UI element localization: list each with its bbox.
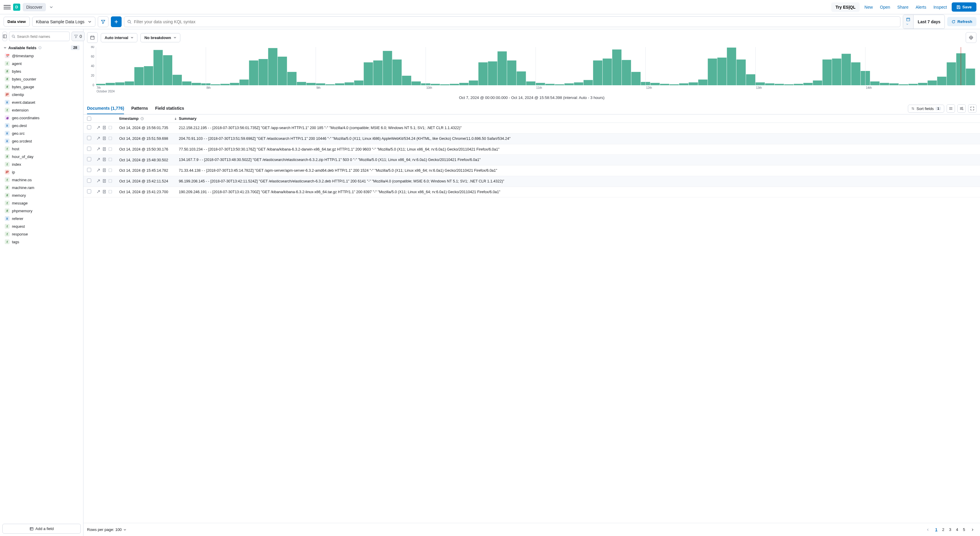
table-row[interactable]: Oct 14, 2024 @ 15:41:23.700 190.209.246.…: [83, 187, 980, 198]
select-all-checkbox[interactable]: [87, 116, 91, 121]
view-doc-icon[interactable]: [102, 125, 107, 130]
view-doc-icon[interactable]: [102, 147, 107, 151]
copy-icon[interactable]: [108, 189, 113, 194]
density-button[interactable]: [947, 104, 955, 113]
field-item[interactable]: ttags: [2, 238, 81, 246]
field-search[interactable]: [9, 32, 70, 41]
page-5[interactable]: 5: [961, 526, 967, 533]
tab-patterns[interactable]: Patterns: [131, 103, 148, 114]
expand-icon[interactable]: [96, 189, 101, 194]
copy-icon[interactable]: [108, 178, 113, 183]
histogram-toggle[interactable]: [87, 32, 98, 43]
field-item[interactable]: kgeo.dest: [2, 122, 81, 129]
field-item[interactable]: #phpmemory: [2, 207, 81, 215]
field-item[interactable]: kgeo.src: [2, 129, 81, 137]
column-timestamp[interactable]: timestamp: [119, 116, 138, 121]
view-doc-icon[interactable]: [102, 136, 107, 141]
field-item[interactable]: #bytes_gauge: [2, 83, 81, 91]
expand-icon[interactable]: [96, 168, 101, 173]
sort-fields-button[interactable]: Sort fields 1: [908, 105, 944, 113]
interval-select[interactable]: Auto interval: [101, 33, 137, 42]
field-item[interactable]: #bytes_counter: [2, 75, 81, 83]
data-view-button[interactable]: Data view: [3, 17, 30, 27]
discover-button[interactable]: Discover: [23, 3, 46, 11]
tab-documents[interactable]: Documents (1,776): [87, 103, 124, 114]
field-item[interactable]: tresponse: [2, 230, 81, 238]
alerts-link[interactable]: Alerts: [913, 5, 929, 10]
field-item[interactable]: 📅@timestamp: [2, 52, 81, 60]
page-4[interactable]: 4: [954, 526, 961, 533]
add-field-button[interactable]: Add a field: [2, 524, 81, 534]
data-view-selector[interactable]: Kibana Sample Data Logs: [32, 17, 95, 27]
field-item[interactable]: tmessage: [2, 199, 81, 207]
field-item[interactable]: #hour_of_day: [2, 153, 81, 161]
page-1[interactable]: 1: [933, 526, 940, 533]
field-item[interactable]: #memory: [2, 191, 81, 199]
expand-icon[interactable]: [96, 157, 101, 162]
field-item[interactable]: IPclientip: [2, 91, 81, 99]
page-2[interactable]: 2: [940, 526, 947, 533]
field-item[interactable]: #bytes: [2, 67, 81, 75]
table-row[interactable]: Oct 14, 2024 @ 15:50:30.176 77.50.103.23…: [83, 144, 980, 155]
field-item[interactable]: tagent: [2, 60, 81, 67]
expand-icon[interactable]: [96, 136, 101, 141]
row-checkbox[interactable]: [87, 168, 91, 172]
table-row[interactable]: Oct 14, 2024 @ 15:51:59.698 204.70.91.10…: [83, 134, 980, 144]
row-checkbox[interactable]: [87, 178, 91, 183]
view-doc-icon[interactable]: [102, 189, 107, 194]
sidebar-collapse-button[interactable]: [2, 32, 7, 41]
filter-icon-button[interactable]: [98, 16, 108, 27]
field-item[interactable]: ◉geo.coordinates: [2, 114, 81, 122]
sort-desc-icon[interactable]: [174, 117, 177, 120]
field-item[interactable]: IPip: [2, 168, 81, 176]
table-row[interactable]: Oct 14, 2024 @ 15:56:01.735 212.158.212.…: [83, 123, 980, 134]
field-filter-button[interactable]: 0: [72, 32, 85, 41]
page-next[interactable]: [969, 527, 977, 533]
column-summary[interactable]: Summary: [179, 116, 977, 121]
field-item[interactable]: trequest: [2, 223, 81, 230]
date-picker[interactable]: Last 7 days: [903, 14, 945, 29]
expand-icon[interactable]: [96, 178, 101, 183]
breakdown-select[interactable]: No breakdown: [140, 33, 180, 42]
field-item[interactable]: tmachine.os: [2, 176, 81, 184]
copy-icon[interactable]: [108, 147, 113, 151]
page-3[interactable]: 3: [947, 526, 953, 533]
copy-icon[interactable]: [108, 125, 113, 130]
page-prev[interactable]: [924, 527, 932, 533]
row-checkbox[interactable]: [87, 157, 91, 161]
lens-suggestion-button[interactable]: [966, 32, 977, 43]
share-link[interactable]: Share: [895, 5, 911, 10]
inspect-link[interactable]: Inspect: [931, 5, 949, 10]
table-row[interactable]: Oct 14, 2024 @ 15:42:11.524 96.199.208.1…: [83, 176, 980, 187]
field-item[interactable]: kreferer: [2, 215, 81, 223]
tab-field-statistics[interactable]: Field statistics: [155, 103, 184, 114]
table-row[interactable]: Oct 14, 2024 @ 15:48:30.502 134.167.7.9 …: [83, 155, 980, 165]
try-esql-button[interactable]: Try ES|QL: [831, 2, 859, 12]
kql-search[interactable]: [124, 16, 900, 27]
field-item[interactable]: kgeo.srcdest: [2, 137, 81, 145]
copy-icon[interactable]: [108, 136, 113, 141]
kql-input[interactable]: [134, 19, 897, 24]
expand-icon[interactable]: [96, 125, 101, 130]
field-item[interactable]: tindex: [2, 161, 81, 168]
available-fields-header[interactable]: Available fields 28: [2, 43, 81, 52]
app-logo[interactable]: D: [13, 3, 20, 11]
open-link[interactable]: Open: [877, 5, 892, 10]
field-search-input[interactable]: [17, 34, 67, 39]
table-row[interactable]: Oct 14, 2024 @ 15:45:14.782 71.33.44.138…: [83, 165, 980, 176]
field-item[interactable]: #machine.ram: [2, 184, 81, 191]
new-link[interactable]: New: [862, 5, 875, 10]
histogram-chart[interactable]: 0204060807th8th9th10th11th12th13th14thOc…: [83, 46, 980, 94]
view-doc-icon[interactable]: [102, 157, 107, 162]
field-item[interactable]: textension: [2, 106, 81, 114]
refresh-button[interactable]: Refresh: [947, 17, 977, 26]
menu-icon[interactable]: [3, 3, 11, 11]
rows-per-page[interactable]: Rows per page: 100: [87, 527, 126, 532]
copy-icon[interactable]: [108, 168, 113, 173]
calendar-icon[interactable]: [903, 15, 913, 29]
add-filter-button[interactable]: [111, 16, 122, 27]
row-checkbox[interactable]: [87, 189, 91, 194]
expand-icon[interactable]: [96, 147, 101, 151]
field-item[interactable]: thost: [2, 145, 81, 153]
save-button[interactable]: Save: [952, 2, 977, 12]
